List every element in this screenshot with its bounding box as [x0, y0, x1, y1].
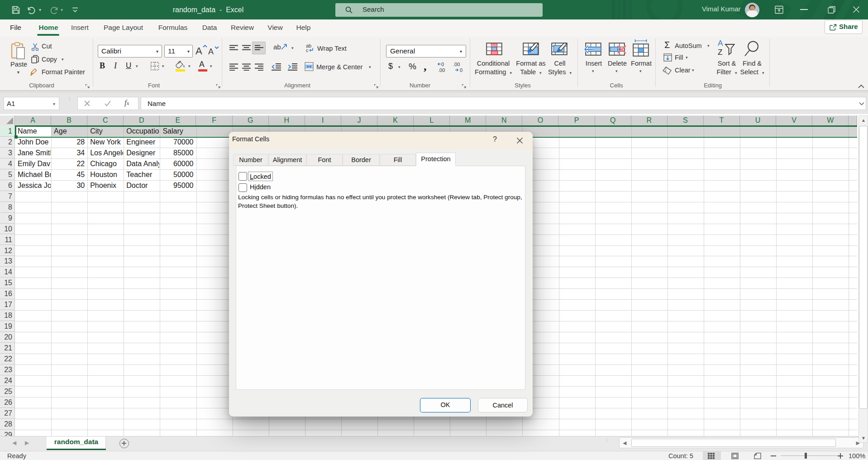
- svg-text:.00: .00: [453, 62, 460, 67]
- svg-text:0: 0: [441, 62, 444, 67]
- svg-text:A: A: [208, 47, 214, 56]
- svg-text:.00: .00: [438, 67, 445, 73]
- svg-text:c: c: [306, 48, 309, 53]
- svg-text:A: A: [196, 45, 202, 56]
